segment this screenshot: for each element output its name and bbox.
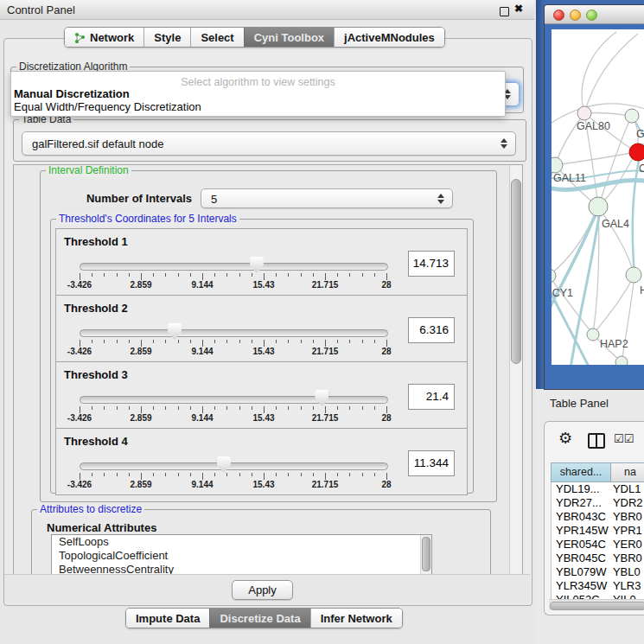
table-row[interactable]: YIL052CYIL0 bbox=[552, 593, 644, 599]
column-header-shared[interactable]: shared... bbox=[551, 462, 611, 482]
network-edge[interactable] bbox=[584, 34, 638, 113]
network-view-window: GAL80GACGAL11GAL4GCY1HHAP2 bbox=[544, 4, 644, 390]
network-node[interactable] bbox=[615, 356, 628, 365]
slider-tick bbox=[202, 340, 203, 347]
tab-label: Discretize Data bbox=[220, 612, 300, 625]
tab-impute-data[interactable]: Impute Data bbox=[126, 609, 209, 628]
slider-track[interactable] bbox=[80, 329, 388, 337]
table-row[interactable]: YDR27...YDR2 bbox=[552, 496, 644, 510]
network-node-gal80[interactable] bbox=[577, 106, 591, 120]
slider-tick bbox=[349, 473, 350, 476]
table-data-combobox[interactable]: galFiltered.sif default node bbox=[22, 131, 516, 156]
table-cell[interactable]: YER0 bbox=[609, 538, 644, 552]
slider-track[interactable] bbox=[80, 462, 388, 470]
network-node-ga[interactable] bbox=[625, 109, 639, 123]
slider-tick-label: 9.144 bbox=[178, 480, 226, 489]
numerical-attributes-list[interactable]: SelfLoopsTopologicalCoefficientBetweenne… bbox=[51, 534, 432, 576]
gear-icon[interactable]: ⚙ bbox=[558, 430, 572, 446]
table-hscrollbar-thumb[interactable] bbox=[550, 602, 644, 610]
table-cell[interactable]: YDR2 bbox=[609, 496, 644, 510]
table-row[interactable]: YBR045CYBR0 bbox=[552, 552, 644, 565]
number-of-intervals-stepper-icon[interactable] bbox=[437, 194, 444, 204]
popup-option-equal-width-frequency[interactable]: Equal Width/Frequency Discretization bbox=[14, 100, 201, 113]
zoom-window-icon[interactable] bbox=[586, 10, 597, 21]
table-cell[interactable]: YDR27... bbox=[552, 496, 609, 510]
tab-cyni-toolbox[interactable]: Cyni Toolbox bbox=[244, 28, 334, 47]
tab-discretize-data[interactable]: Discretize Data bbox=[209, 609, 309, 628]
table-cell[interactable]: YBR0 bbox=[609, 510, 644, 524]
table-cell[interactable]: YPR145W bbox=[552, 524, 609, 538]
network-edge[interactable] bbox=[555, 152, 636, 165]
table-row[interactable]: YBR043CYBR0 bbox=[552, 510, 644, 524]
table-cell[interactable]: YPR1 bbox=[609, 524, 644, 538]
slider-tick-label: 2.859 bbox=[117, 480, 165, 489]
slider-thumb[interactable] bbox=[250, 257, 264, 273]
threshold-value-field[interactable]: 21.4 bbox=[408, 384, 455, 410]
column-header-na[interactable]: na bbox=[611, 462, 644, 482]
column-layout-icon[interactable] bbox=[588, 433, 605, 449]
network-node-h[interactable] bbox=[626, 267, 641, 283]
select-columns-icon[interactable]: ☑☑ bbox=[614, 432, 634, 445]
table-data-stepper-icon[interactable] bbox=[500, 138, 507, 149]
popup-option-manual-discretization[interactable]: Manual Discretization bbox=[14, 87, 130, 100]
table-row[interactable]: YPR145WYPR1 bbox=[552, 524, 644, 538]
attribute-item-topologicalcoefficient[interactable]: TopologicalCoefficient bbox=[52, 549, 431, 563]
network-node-gal11[interactable] bbox=[552, 157, 563, 173]
settings-scrollbar[interactable] bbox=[509, 165, 522, 575]
slider-thumb[interactable] bbox=[168, 323, 182, 340]
table-row[interactable]: YLR345WYLR3 bbox=[552, 579, 644, 593]
slider-tick bbox=[80, 340, 80, 347]
slider-tick bbox=[165, 340, 166, 343]
threshold-value-field[interactable]: 14.713 bbox=[408, 251, 455, 277]
slider-tick bbox=[202, 406, 203, 413]
slider-tick bbox=[117, 273, 118, 277]
table-cell[interactable]: YLR3 bbox=[609, 579, 644, 593]
slider-thumb[interactable] bbox=[315, 390, 328, 406]
tab-infer-network[interactable]: Infer Network bbox=[310, 609, 402, 628]
tab-select[interactable]: Select bbox=[190, 28, 243, 47]
tab-network[interactable]: Network bbox=[65, 28, 143, 47]
table-cell[interactable]: YIL052C bbox=[552, 593, 609, 599]
network-node-hap2[interactable] bbox=[587, 328, 599, 341]
table-horizontal-scrollbar[interactable] bbox=[549, 599, 644, 610]
slider-tick bbox=[153, 406, 154, 410]
slider-track[interactable] bbox=[80, 263, 388, 271]
table-row[interactable]: YER054CYER0 bbox=[552, 538, 644, 552]
threshold-value-field[interactable]: 6.316 bbox=[408, 317, 455, 343]
network-edge[interactable] bbox=[593, 275, 634, 335]
table-cell[interactable]: YBR045C bbox=[552, 552, 609, 565]
table-cell[interactable]: YDL1 bbox=[609, 482, 644, 496]
tab-jactivemnodules[interactable]: jActiveMNodules bbox=[334, 28, 444, 47]
slider-track[interactable] bbox=[80, 396, 388, 404]
tab-style[interactable]: Style bbox=[143, 28, 190, 47]
network-node-c[interactable] bbox=[629, 143, 644, 161]
attribute-item-selfloops[interactable]: SelfLoops bbox=[52, 535, 431, 549]
network-edge[interactable] bbox=[598, 207, 634, 275]
table-cell[interactable]: YLR345W bbox=[552, 579, 609, 593]
number-of-intervals-spinner[interactable]: 5 bbox=[201, 188, 453, 208]
network-edge[interactable] bbox=[582, 32, 616, 113]
slider-tick bbox=[276, 273, 277, 277]
slider-thumb[interactable] bbox=[217, 456, 231, 473]
table-cell[interactable]: YBR0 bbox=[609, 552, 644, 565]
settings-scrollpanel: Interval Definition Number of Intervals … bbox=[13, 164, 523, 576]
close-panel-icon[interactable]: ✖ bbox=[514, 3, 523, 15]
attributes-list-scrollbar-thumb[interactable] bbox=[422, 537, 430, 571]
apply-button[interactable]: Apply bbox=[232, 580, 293, 600]
threshold-value-field[interactable]: 11.344 bbox=[408, 450, 455, 476]
float-panel-icon[interactable] bbox=[500, 7, 509, 16]
settings-scrollbar-thumb[interactable] bbox=[511, 179, 521, 364]
table-cell[interactable]: YER054C bbox=[552, 538, 609, 552]
network-node-gal4[interactable] bbox=[589, 197, 608, 216]
close-window-icon[interactable] bbox=[553, 10, 564, 21]
table-cell[interactable]: YBR043C bbox=[552, 510, 609, 524]
attributes-list-scrollbar[interactable] bbox=[420, 535, 431, 576]
table-cell[interactable]: YIL0 bbox=[609, 593, 644, 599]
slider-tick bbox=[264, 273, 265, 280]
table-cell[interactable]: YBL079W bbox=[552, 565, 609, 579]
table-row[interactable]: YBL079WYBL0 bbox=[552, 565, 644, 579]
minimize-window-icon[interactable] bbox=[570, 10, 581, 21]
table-row[interactable]: YDL19...YDL1 bbox=[552, 482, 644, 496]
table-cell[interactable]: YBL0 bbox=[609, 565, 644, 579]
table-cell[interactable]: YDL19... bbox=[552, 482, 609, 496]
